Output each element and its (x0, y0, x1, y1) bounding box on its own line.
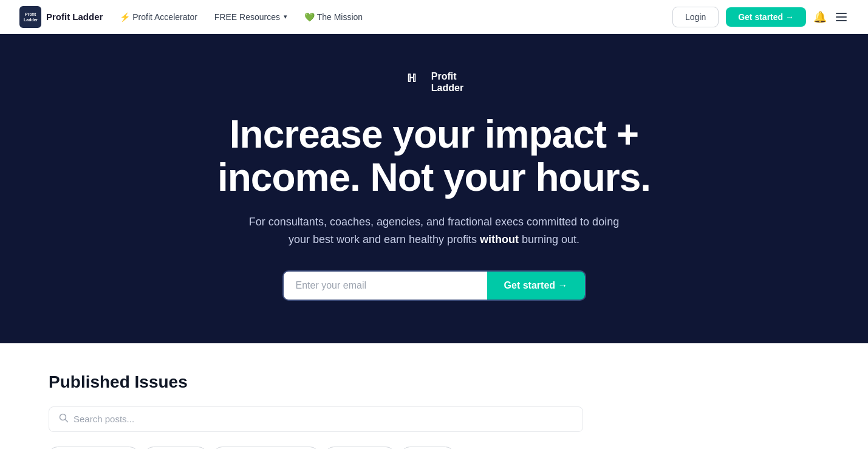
nav-the-mission[interactable]: 💚 The Mission (304, 12, 363, 22)
hero-subtitle: For consultants, coaches, agencies, and … (240, 213, 629, 248)
nav-free-resources-label: FREE Resources (214, 12, 280, 22)
filter-tag-build-in-public[interactable]: Build in Public (325, 447, 395, 449)
issues-section: Published Issues Wednesday Nugget Leveli… (0, 343, 868, 449)
email-input[interactable] (284, 272, 487, 300)
svg-rect-0 (22, 9, 39, 26)
hero-headline: Increase your impact + income. Not your … (203, 113, 665, 199)
bell-icon[interactable]: 🔔 (813, 10, 827, 24)
svg-line-5 (66, 419, 68, 422)
svg-text:Profit: Profit (25, 12, 36, 16)
nav-free-resources[interactable]: FREE Resources ▾ (214, 12, 287, 22)
hero-cta-form: Get started → (282, 270, 586, 301)
nav-profit-accelerator-label: ⚡ Profit Accelerator (120, 12, 197, 22)
filter-tag-founder-creator-stories[interactable]: Founder-Creator Stories (213, 447, 319, 449)
filter-tag-wednesday-nugget[interactable]: Wednesday Nugget (49, 447, 138, 449)
get-started-nav-button[interactable]: Get started → (726, 7, 806, 27)
chevron-down-icon: ▾ (284, 13, 287, 21)
nav-profit-accelerator[interactable]: ⚡ Profit Accelerator (120, 12, 197, 22)
logo-link[interactable]: Profit Ladder Profit Ladder (19, 6, 103, 28)
search-bar (49, 406, 583, 432)
search-icon (59, 413, 69, 425)
nav-the-mission-label: 💚 The Mission (304, 12, 363, 22)
filter-tag-playbook[interactable]: Playbook (401, 447, 454, 449)
search-input[interactable] (73, 414, 573, 424)
hero-section: ℍ Profit Ladder Increase your impact + i… (0, 34, 868, 343)
filter-tag-leveling-up[interactable]: Leveling Up (145, 447, 207, 449)
navbar-left: Profit Ladder Profit Ladder ⚡ Profit Acc… (19, 6, 363, 28)
svg-text:Ladder: Ladder (24, 18, 38, 22)
filter-tags: Wednesday Nugget Leveling Up Founder-Cre… (49, 447, 819, 449)
hero-logo-text: Profit Ladder (431, 70, 463, 94)
issues-title: Published Issues (49, 372, 819, 392)
navbar: Profit Ladder Profit Ladder ⚡ Profit Acc… (0, 0, 868, 34)
hero-logo: ℍ Profit Ladder (405, 70, 463, 94)
login-button[interactable]: Login (672, 7, 719, 27)
logo-text: Profit Ladder (46, 12, 103, 22)
hero-get-started-button[interactable]: Get started → (487, 272, 585, 300)
navbar-right: Login Get started → 🔔 (672, 7, 849, 27)
logo-icon: Profit Ladder (19, 6, 41, 28)
svg-text:ℍ: ℍ (407, 72, 416, 84)
hero-logo-icon: ℍ (405, 71, 426, 93)
menu-icon[interactable] (834, 10, 849, 24)
